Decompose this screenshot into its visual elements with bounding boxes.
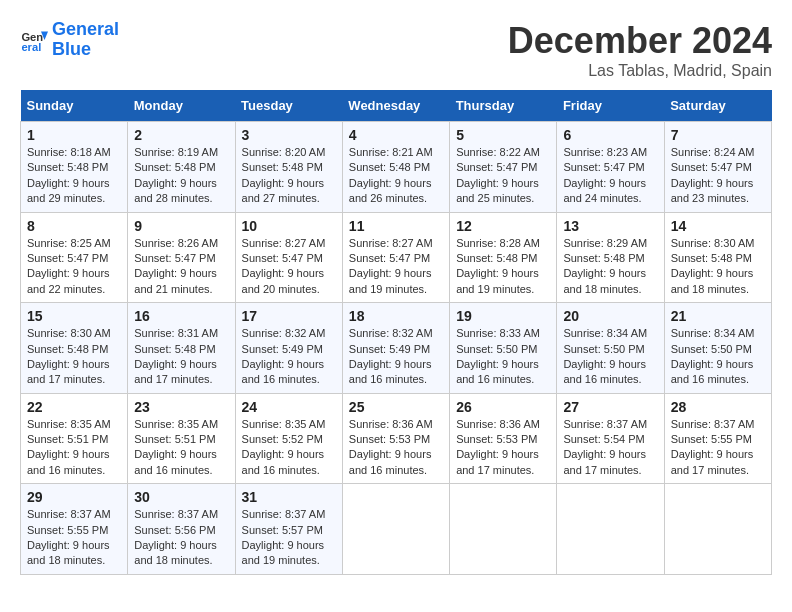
day-number: 3 bbox=[242, 127, 336, 143]
day-info: Sunrise: 8:32 AM Sunset: 5:49 PM Dayligh… bbox=[242, 326, 336, 388]
day-info: Sunrise: 8:30 AM Sunset: 5:48 PM Dayligh… bbox=[27, 326, 121, 388]
sunset-label: Sunset: 5:48 PM bbox=[563, 252, 644, 264]
daylight-label: Daylight: 9 hours and 27 minutes. bbox=[242, 177, 325, 204]
calendar-cell: 23 Sunrise: 8:35 AM Sunset: 5:51 PM Dayl… bbox=[128, 393, 235, 484]
sunset-label: Sunset: 5:57 PM bbox=[242, 524, 323, 536]
day-info: Sunrise: 8:21 AM Sunset: 5:48 PM Dayligh… bbox=[349, 145, 443, 207]
calendar-cell: 1 Sunrise: 8:18 AM Sunset: 5:48 PM Dayli… bbox=[21, 122, 128, 213]
sunset-label: Sunset: 5:48 PM bbox=[242, 161, 323, 173]
day-number: 13 bbox=[563, 218, 657, 234]
sunrise-label: Sunrise: 8:27 AM bbox=[349, 237, 433, 249]
sunset-label: Sunset: 5:48 PM bbox=[27, 161, 108, 173]
sunrise-label: Sunrise: 8:34 AM bbox=[671, 327, 755, 339]
sunset-label: Sunset: 5:56 PM bbox=[134, 524, 215, 536]
calendar-cell: 28 Sunrise: 8:37 AM Sunset: 5:55 PM Dayl… bbox=[664, 393, 771, 484]
calendar-cell: 16 Sunrise: 8:31 AM Sunset: 5:48 PM Dayl… bbox=[128, 303, 235, 394]
calendar-cell: 15 Sunrise: 8:30 AM Sunset: 5:48 PM Dayl… bbox=[21, 303, 128, 394]
calendar-cell: 17 Sunrise: 8:32 AM Sunset: 5:49 PM Dayl… bbox=[235, 303, 342, 394]
sunset-label: Sunset: 5:53 PM bbox=[349, 433, 430, 445]
sunset-label: Sunset: 5:47 PM bbox=[349, 252, 430, 264]
daylight-label: Daylight: 9 hours and 16 minutes. bbox=[242, 358, 325, 385]
header: Gen eral GeneralBlue December 2024 Las T… bbox=[20, 20, 772, 80]
day-header-wednesday: Wednesday bbox=[342, 90, 449, 122]
daylight-label: Daylight: 9 hours and 17 minutes. bbox=[671, 448, 754, 475]
sunset-label: Sunset: 5:50 PM bbox=[563, 343, 644, 355]
sunset-label: Sunset: 5:47 PM bbox=[27, 252, 108, 264]
daylight-label: Daylight: 9 hours and 24 minutes. bbox=[563, 177, 646, 204]
day-info: Sunrise: 8:35 AM Sunset: 5:52 PM Dayligh… bbox=[242, 417, 336, 479]
day-info: Sunrise: 8:34 AM Sunset: 5:50 PM Dayligh… bbox=[563, 326, 657, 388]
sunset-label: Sunset: 5:48 PM bbox=[134, 343, 215, 355]
day-info: Sunrise: 8:20 AM Sunset: 5:48 PM Dayligh… bbox=[242, 145, 336, 207]
daylight-label: Daylight: 9 hours and 20 minutes. bbox=[242, 267, 325, 294]
sunrise-label: Sunrise: 8:36 AM bbox=[456, 418, 540, 430]
day-info: Sunrise: 8:19 AM Sunset: 5:48 PM Dayligh… bbox=[134, 145, 228, 207]
daylight-label: Daylight: 9 hours and 16 minutes. bbox=[349, 358, 432, 385]
day-info: Sunrise: 8:31 AM Sunset: 5:48 PM Dayligh… bbox=[134, 326, 228, 388]
day-number: 17 bbox=[242, 308, 336, 324]
daylight-label: Daylight: 9 hours and 16 minutes. bbox=[456, 358, 539, 385]
day-info: Sunrise: 8:30 AM Sunset: 5:48 PM Dayligh… bbox=[671, 236, 765, 298]
day-number: 30 bbox=[134, 489, 228, 505]
daylight-label: Daylight: 9 hours and 16 minutes. bbox=[242, 448, 325, 475]
sunset-label: Sunset: 5:47 PM bbox=[671, 161, 752, 173]
calendar-cell: 12 Sunrise: 8:28 AM Sunset: 5:48 PM Dayl… bbox=[450, 212, 557, 303]
header-row: SundayMondayTuesdayWednesdayThursdayFrid… bbox=[21, 90, 772, 122]
sunset-label: Sunset: 5:49 PM bbox=[242, 343, 323, 355]
sunrise-label: Sunrise: 8:30 AM bbox=[671, 237, 755, 249]
sunrise-label: Sunrise: 8:30 AM bbox=[27, 327, 111, 339]
sunrise-label: Sunrise: 8:29 AM bbox=[563, 237, 647, 249]
calendar-cell bbox=[664, 484, 771, 575]
day-number: 4 bbox=[349, 127, 443, 143]
sunset-label: Sunset: 5:47 PM bbox=[456, 161, 537, 173]
day-info: Sunrise: 8:18 AM Sunset: 5:48 PM Dayligh… bbox=[27, 145, 121, 207]
calendar-cell: 22 Sunrise: 8:35 AM Sunset: 5:51 PM Dayl… bbox=[21, 393, 128, 484]
day-info: Sunrise: 8:27 AM Sunset: 5:47 PM Dayligh… bbox=[242, 236, 336, 298]
day-info: Sunrise: 8:37 AM Sunset: 5:54 PM Dayligh… bbox=[563, 417, 657, 479]
sunrise-label: Sunrise: 8:37 AM bbox=[134, 508, 218, 520]
day-number: 24 bbox=[242, 399, 336, 415]
day-header-thursday: Thursday bbox=[450, 90, 557, 122]
day-number: 27 bbox=[563, 399, 657, 415]
calendar-cell: 18 Sunrise: 8:32 AM Sunset: 5:49 PM Dayl… bbox=[342, 303, 449, 394]
sunrise-label: Sunrise: 8:32 AM bbox=[242, 327, 326, 339]
daylight-label: Daylight: 9 hours and 17 minutes. bbox=[27, 358, 110, 385]
day-info: Sunrise: 8:22 AM Sunset: 5:47 PM Dayligh… bbox=[456, 145, 550, 207]
week-row: 29 Sunrise: 8:37 AM Sunset: 5:55 PM Dayl… bbox=[21, 484, 772, 575]
daylight-label: Daylight: 9 hours and 25 minutes. bbox=[456, 177, 539, 204]
calendar-cell: 3 Sunrise: 8:20 AM Sunset: 5:48 PM Dayli… bbox=[235, 122, 342, 213]
sunrise-label: Sunrise: 8:37 AM bbox=[242, 508, 326, 520]
daylight-label: Daylight: 9 hours and 19 minutes. bbox=[456, 267, 539, 294]
sunset-label: Sunset: 5:51 PM bbox=[27, 433, 108, 445]
sunset-label: Sunset: 5:48 PM bbox=[134, 161, 215, 173]
sunrise-label: Sunrise: 8:25 AM bbox=[27, 237, 111, 249]
day-number: 5 bbox=[456, 127, 550, 143]
sunset-label: Sunset: 5:49 PM bbox=[349, 343, 430, 355]
sunset-label: Sunset: 5:53 PM bbox=[456, 433, 537, 445]
day-number: 16 bbox=[134, 308, 228, 324]
daylight-label: Daylight: 9 hours and 29 minutes. bbox=[27, 177, 110, 204]
day-number: 8 bbox=[27, 218, 121, 234]
daylight-label: Daylight: 9 hours and 18 minutes. bbox=[27, 539, 110, 566]
svg-text:eral: eral bbox=[21, 41, 41, 53]
day-number: 25 bbox=[349, 399, 443, 415]
sunrise-label: Sunrise: 8:32 AM bbox=[349, 327, 433, 339]
daylight-label: Daylight: 9 hours and 19 minutes. bbox=[349, 267, 432, 294]
week-row: 15 Sunrise: 8:30 AM Sunset: 5:48 PM Dayl… bbox=[21, 303, 772, 394]
day-number: 19 bbox=[456, 308, 550, 324]
calendar-cell: 25 Sunrise: 8:36 AM Sunset: 5:53 PM Dayl… bbox=[342, 393, 449, 484]
sunrise-label: Sunrise: 8:31 AM bbox=[134, 327, 218, 339]
day-header-friday: Friday bbox=[557, 90, 664, 122]
logo-text: GeneralBlue bbox=[52, 20, 119, 60]
daylight-label: Daylight: 9 hours and 17 minutes. bbox=[456, 448, 539, 475]
sunrise-label: Sunrise: 8:37 AM bbox=[671, 418, 755, 430]
daylight-label: Daylight: 9 hours and 18 minutes. bbox=[563, 267, 646, 294]
day-info: Sunrise: 8:33 AM Sunset: 5:50 PM Dayligh… bbox=[456, 326, 550, 388]
sunset-label: Sunset: 5:48 PM bbox=[27, 343, 108, 355]
day-number: 29 bbox=[27, 489, 121, 505]
day-number: 22 bbox=[27, 399, 121, 415]
day-number: 12 bbox=[456, 218, 550, 234]
day-info: Sunrise: 8:23 AM Sunset: 5:47 PM Dayligh… bbox=[563, 145, 657, 207]
calendar-cell: 29 Sunrise: 8:37 AM Sunset: 5:55 PM Dayl… bbox=[21, 484, 128, 575]
day-number: 6 bbox=[563, 127, 657, 143]
